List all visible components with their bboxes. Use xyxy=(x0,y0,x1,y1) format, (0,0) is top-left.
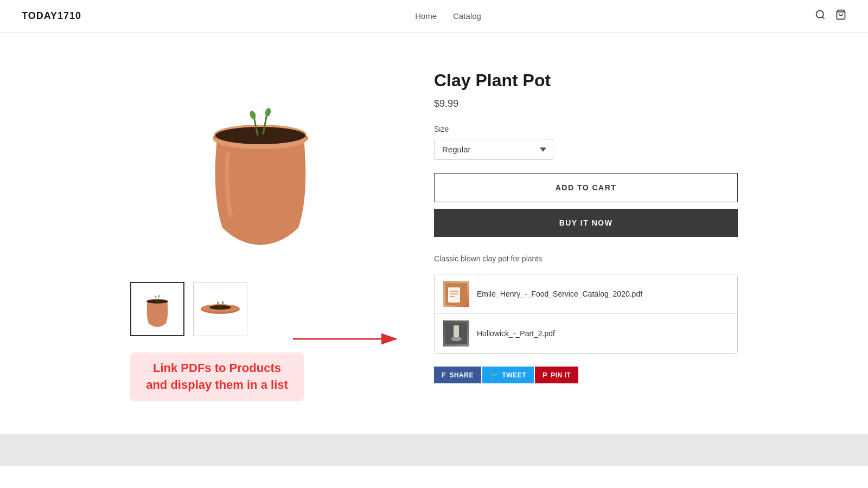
nav-catalog[interactable]: Catalog xyxy=(453,11,481,21)
pdf-thumbnail-2 xyxy=(443,320,469,346)
share-pinterest-label: PIN IT xyxy=(551,371,571,379)
product-details: Clay Plant Pot $9.99 Size Regular Large … xyxy=(434,65,738,401)
svg-rect-29 xyxy=(450,296,455,297)
pdf-list-box: Emile_Henry_-_Food_Service_Catalog_2020.… xyxy=(434,274,738,354)
svg-point-10 xyxy=(264,107,272,117)
pdf-filename-2: Hollowick_-_Part_2.pdf xyxy=(477,329,555,338)
svg-point-0 xyxy=(816,11,823,18)
pdf-item-2[interactable]: Hollowick_-_Part_2.pdf xyxy=(435,314,737,353)
pdf-item-1[interactable]: Emile_Henry_-_Food_Service_Catalog_2020.… xyxy=(435,274,737,314)
svg-point-23 xyxy=(216,301,219,305)
buy-now-button[interactable]: BUY IT NOW xyxy=(434,209,738,237)
product-pot-svg xyxy=(195,87,326,249)
header-icons xyxy=(815,9,846,23)
svg-point-16 xyxy=(155,296,156,298)
svg-point-17 xyxy=(158,295,160,297)
nav-home[interactable]: Home xyxy=(415,11,437,21)
svg-rect-27 xyxy=(450,291,458,292)
site-logo[interactable]: TODAY1710 xyxy=(22,10,81,22)
product-thumbnails xyxy=(130,282,391,336)
pinterest-icon: P xyxy=(542,371,547,379)
svg-point-6 xyxy=(215,127,305,144)
footer-bar xyxy=(0,434,868,466)
thumbnail-2-svg xyxy=(199,296,242,323)
facebook-icon: f xyxy=(442,371,446,379)
share-facebook-label: SHARE xyxy=(449,371,474,379)
share-facebook-button[interactable]: f SHARE xyxy=(434,367,481,383)
thumbnail-1[interactable] xyxy=(130,282,184,336)
pdf-thumbnail-1 xyxy=(443,281,469,307)
main-nav: Home Catalog xyxy=(415,11,481,21)
svg-point-13 xyxy=(147,299,168,303)
main-content: Link PDFs to Products and display them i… xyxy=(108,65,760,401)
svg-point-32 xyxy=(451,337,462,341)
product-price: $9.99 xyxy=(434,98,738,110)
annotation-box: Link PDFs to Products and display them i… xyxy=(130,352,304,401)
svg-rect-26 xyxy=(448,287,460,303)
share-twitter-button[interactable]: 🐦 TWEET xyxy=(482,367,534,383)
svg-point-20 xyxy=(209,305,231,310)
svg-rect-33 xyxy=(455,325,456,333)
twitter-icon: 🐦 xyxy=(490,371,499,379)
size-label: Size xyxy=(434,125,738,133)
svg-rect-28 xyxy=(450,293,458,294)
pdf-filename-1: Emile_Henry_-_Food_Service_Catalog_2020.… xyxy=(477,290,642,298)
svg-line-1 xyxy=(822,17,825,19)
thumbnail-2[interactable] xyxy=(193,282,247,336)
add-to-cart-button[interactable]: ADD TO CART xyxy=(434,173,738,202)
social-share: f SHARE 🐦 TWEET P PIN IT xyxy=(434,367,738,383)
main-product-image xyxy=(130,65,391,271)
thumbnail-1-svg xyxy=(138,290,176,328)
svg-point-9 xyxy=(249,110,257,120)
product-description: Classic blown clay pot for plants xyxy=(434,254,738,263)
product-images: Link PDFs to Products and display them i… xyxy=(130,65,391,401)
search-icon[interactable] xyxy=(815,9,826,23)
cart-icon[interactable] xyxy=(835,9,846,23)
share-pinterest-button[interactable]: P PIN IT xyxy=(535,367,578,383)
product-title: Clay Plant Pot xyxy=(434,70,738,91)
annotation-line1: Link PDFs to Products xyxy=(141,360,293,377)
annotation-line2: and display them in a list xyxy=(141,377,293,394)
share-twitter-label: TWEET xyxy=(502,371,526,379)
size-select[interactable]: Regular Large Small xyxy=(434,139,553,160)
